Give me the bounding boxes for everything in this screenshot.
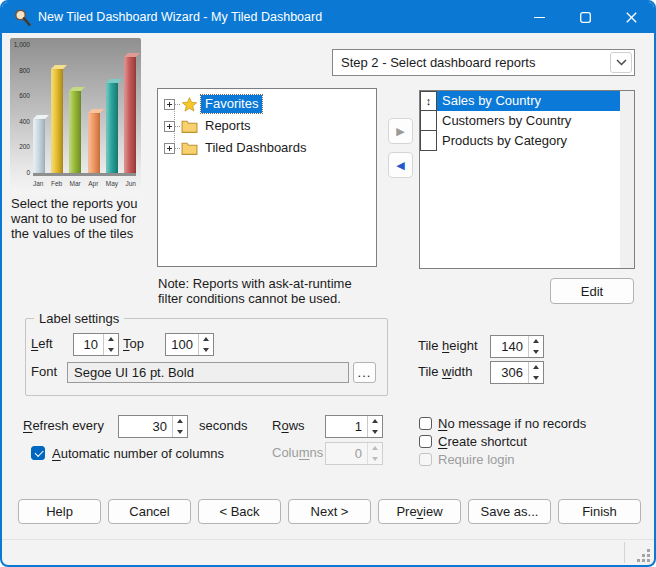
font-browse-button[interactable]: ... [353, 362, 376, 383]
auto-columns-checkbox[interactable] [31, 446, 45, 460]
spin-down-button[interactable] [104, 345, 118, 356]
spin-down-button[interactable] [529, 347, 543, 358]
create-shortcut-checkbox[interactable] [419, 435, 432, 448]
spinner-buttons [103, 334, 118, 355]
refresh-spinner[interactable]: 30 [118, 415, 188, 438]
expand-plus-icon[interactable] [164, 143, 175, 154]
chart-xtick-label: Jan [33, 181, 43, 191]
step-select-dropdown[interactable]: Step 2 - Select dashboard reports [332, 49, 635, 76]
columns-spinner: 0 [325, 442, 383, 465]
star-icon [181, 97, 198, 112]
triangle-down-icon [203, 348, 209, 352]
chart-bar [69, 91, 81, 174]
spin-down-button[interactable] [368, 427, 382, 438]
refresh-value[interactable]: 30 [119, 419, 172, 434]
font-label: Font [31, 361, 57, 383]
triangle-down-icon [372, 430, 378, 434]
label-settings-group: Label settings [25, 318, 388, 396]
title-bar[interactable]: New Tiled Dashboard Wizard - My Tiled Da… [2, 2, 654, 33]
chart-bars [33, 48, 136, 176]
tile-height-value[interactable]: 140 [491, 339, 528, 354]
rows-spinner[interactable]: 1 [325, 415, 383, 438]
expand-plus-icon[interactable] [164, 99, 175, 110]
tree-item-favorites[interactable]: Favorites [158, 93, 376, 115]
remove-report-button[interactable]: ◀ [388, 152, 413, 178]
list-scrollbar[interactable] [620, 91, 634, 268]
maximize-button[interactable] [562, 2, 608, 33]
spin-up-button[interactable] [104, 334, 118, 345]
tree-stub-line [175, 104, 180, 105]
triangle-down-icon [533, 350, 539, 354]
reorder-grip-icon[interactable] [420, 110, 437, 131]
tree-item-reports[interactable]: Reports [158, 115, 376, 137]
list-item-products-by-category[interactable]: Products by Category [420, 131, 620, 151]
close-button[interactable] [608, 2, 654, 33]
no-message-checkbox[interactable] [419, 417, 432, 430]
selected-reports-rows: ↕ Sales by Country Customers by Country … [420, 91, 620, 151]
group-title: Label settings [34, 311, 124, 326]
back-button[interactable]: < Back [198, 499, 281, 524]
spin-down-button[interactable] [173, 427, 187, 438]
tree-item-label[interactable]: Favorites [201, 95, 262, 113]
tile-width-value[interactable]: 306 [491, 365, 528, 380]
window-controls [516, 2, 654, 33]
font-field[interactable]: Segoe UI 16 pt. Bold [67, 362, 349, 383]
chart-bar [51, 69, 63, 173]
finish-button[interactable]: Finish [558, 499, 641, 524]
triangle-up-icon [372, 419, 378, 423]
tile-height-spinner[interactable]: 140 [490, 335, 544, 358]
reorder-grip-icon[interactable] [420, 130, 437, 151]
left-spinner[interactable]: 10 [73, 333, 119, 356]
triangle-down-icon [177, 430, 183, 434]
spin-up-button[interactable] [199, 334, 213, 345]
spin-up-button[interactable] [173, 416, 187, 427]
list-item-sales-by-country[interactable]: ↕ Sales by Country [420, 91, 620, 111]
next-button[interactable]: Next > [288, 499, 371, 524]
chart-ytick-label: 800 [10, 68, 30, 75]
triangle-up-icon [533, 339, 539, 343]
tile-width-spinner[interactable]: 306 [490, 361, 544, 384]
spin-up-button[interactable] [368, 416, 382, 427]
chart-ytick-label: 400 [10, 119, 30, 126]
triangle-up-icon [372, 446, 378, 450]
spin-down-button[interactable] [199, 345, 213, 356]
report-tree-panel[interactable]: Favorites Reports Tiled Dashboards [157, 88, 377, 267]
list-item-label[interactable]: Sales by Country [437, 91, 620, 111]
chart-y-axis: 1,0008006004002000 [10, 42, 30, 176]
tree-item-label[interactable]: Tiled Dashboards [201, 139, 310, 157]
chart-bar [88, 113, 100, 173]
spin-up-button[interactable] [529, 336, 543, 347]
columns-value: 0 [326, 446, 367, 461]
arrow-right-icon: ▶ [396, 125, 404, 138]
cancel-button[interactable]: Cancel [108, 499, 191, 524]
spin-down-button[interactable] [529, 373, 543, 384]
chevron-down-icon [616, 59, 627, 66]
triangle-up-icon [177, 419, 183, 423]
note-line-2: filter conditions cannot be used. [158, 291, 408, 306]
top-value[interactable]: 100 [166, 337, 198, 352]
help-button[interactable]: Help [18, 499, 101, 524]
save-as-button[interactable]: Save as... [468, 499, 551, 524]
list-item-customers-by-country[interactable]: Customers by Country [420, 111, 620, 131]
selected-reports-list[interactable]: ↕ Sales by Country Customers by Country … [419, 90, 635, 269]
minimize-button[interactable] [516, 2, 562, 33]
tree-item-tiled-dashboards[interactable]: Tiled Dashboards [158, 137, 376, 159]
list-item-label[interactable]: Products by Category [437, 131, 620, 151]
expand-plus-icon[interactable] [164, 121, 175, 132]
list-item-label[interactable]: Customers by Country [437, 111, 620, 131]
preview-button[interactable]: Preview [378, 499, 461, 524]
reorder-grip-icon[interactable]: ↕ [420, 91, 437, 111]
spin-up-button[interactable] [529, 362, 543, 373]
top-spinner[interactable]: 100 [165, 333, 214, 356]
tree-item-label[interactable]: Reports [201, 117, 255, 135]
top-label: Top [123, 333, 144, 355]
spinner-buttons [528, 362, 543, 383]
auto-columns-label: Automatic number of columns [52, 446, 224, 461]
rows-value[interactable]: 1 [326, 419, 367, 434]
add-report-button[interactable]: ▶ [388, 118, 413, 144]
chart-ytick-label: 0 [10, 170, 30, 177]
left-value[interactable]: 10 [74, 337, 103, 352]
resize-grip-icon[interactable] [637, 549, 650, 562]
rows-label: Rows [272, 415, 305, 437]
edit-button[interactable]: Edit [550, 278, 634, 304]
